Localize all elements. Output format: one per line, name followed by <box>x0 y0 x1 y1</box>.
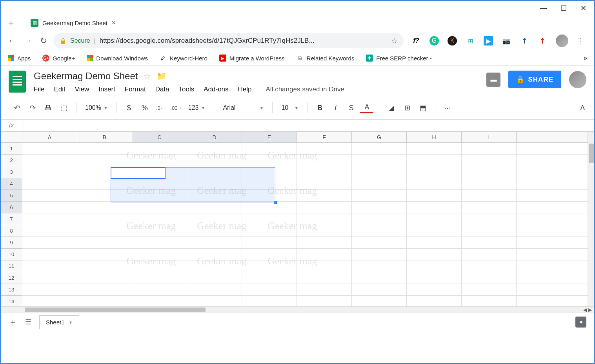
cell-F8[interactable] <box>297 225 352 237</box>
menu-file[interactable]: File <box>34 86 44 93</box>
cell-B2[interactable] <box>77 155 132 166</box>
italic-button[interactable]: I <box>329 101 342 115</box>
bookmark-migrate-wp[interactable]: ▶ Migrate a WordPress <box>219 55 285 62</box>
cell-partial[interactable] <box>517 225 588 237</box>
cell-H3[interactable] <box>407 166 462 178</box>
reload-button[interactable]: ↻ <box>38 36 49 46</box>
cell-H10[interactable] <box>407 249 462 260</box>
decrease-decimal-button[interactable]: .0← <box>154 101 167 115</box>
new-tab-button[interactable]: ＋ <box>7 17 15 29</box>
cell-partial[interactable] <box>517 190 588 202</box>
browser-tab-active[interactable]: ▦ Geekermag Demo Sheet ✕ <box>25 16 122 30</box>
cell-I10[interactable] <box>462 249 517 260</box>
cell-F11[interactable] <box>297 260 352 272</box>
cell-H13[interactable] <box>407 284 462 296</box>
tab-close-button[interactable]: ✕ <box>111 20 116 26</box>
row-header-2[interactable]: 2 <box>1 155 22 166</box>
document-title[interactable]: Geekermag Demo Sheet <box>34 71 138 82</box>
cell-D10[interactable] <box>187 249 242 260</box>
cell-B1[interactable] <box>77 143 132 155</box>
add-sheet-button[interactable]: ＋ <box>9 316 17 328</box>
explore-button[interactable]: ✦ <box>575 317 586 328</box>
cell-I8[interactable] <box>462 225 517 237</box>
ext-screenshot-icon[interactable]: 📷 <box>502 36 511 46</box>
menu-edit[interactable]: Edit <box>54 86 65 93</box>
cell-C1[interactable] <box>132 143 187 155</box>
cell-E11[interactable] <box>242 260 297 272</box>
cell-F9[interactable] <box>297 237 352 249</box>
share-button[interactable]: 🔒 SHARE <box>508 71 561 88</box>
scroll-right-button[interactable]: ▶ <box>588 307 592 313</box>
row-header-5[interactable]: 5 <box>1 190 22 202</box>
undo-button[interactable]: ↶ <box>10 101 24 115</box>
cell-I14[interactable] <box>462 296 517 306</box>
cell-H9[interactable] <box>407 237 462 249</box>
cell-A2[interactable] <box>22 155 77 166</box>
vertical-scrollbar[interactable] <box>588 132 594 306</box>
cell-F14[interactable] <box>297 296 352 306</box>
more-toolbar-button[interactable]: ⋯ <box>441 101 454 115</box>
cell-I6[interactable] <box>462 202 517 213</box>
cell-partial[interactable] <box>517 284 588 296</box>
save-status[interactable]: All changes saved in Drive <box>266 86 344 93</box>
cell-B3[interactable] <box>77 166 132 178</box>
cell-I4[interactable] <box>462 178 517 190</box>
zoom-select[interactable]: 100% ▼ <box>82 103 111 113</box>
cell-I7[interactable] <box>462 213 517 225</box>
cell-G12[interactable] <box>352 272 407 284</box>
cell-E3[interactable] <box>242 166 297 178</box>
cell-C9[interactable] <box>132 237 187 249</box>
cell-C4[interactable] <box>132 178 187 190</box>
cell-H2[interactable] <box>407 155 462 166</box>
bookmarks-overflow-button[interactable]: » <box>584 55 587 62</box>
menu-help[interactable]: Help <box>238 86 252 93</box>
cell-G2[interactable] <box>352 155 407 166</box>
cell-F12[interactable] <box>297 272 352 284</box>
row-header-9[interactable]: 9 <box>1 237 22 249</box>
merge-cells-button[interactable]: ⬒ <box>416 101 429 115</box>
cell-C12[interactable] <box>132 272 187 284</box>
bookmark-download-windows[interactable]: Download Windows <box>87 55 148 62</box>
row-header-8[interactable]: 8 <box>1 225 22 237</box>
cell-G10[interactable] <box>352 249 407 260</box>
menu-insert[interactable]: Insert <box>98 86 115 93</box>
cell-D4[interactable] <box>187 178 242 190</box>
cell-B8[interactable] <box>77 225 132 237</box>
cell-A1[interactable] <box>22 143 77 155</box>
cell-E8[interactable] <box>242 225 297 237</box>
cell-E4[interactable] <box>242 178 297 190</box>
paint-format-button[interactable]: ⬚ <box>57 101 71 115</box>
cell-D1[interactable] <box>187 143 242 155</box>
cell-I13[interactable] <box>462 284 517 296</box>
cell-G1[interactable] <box>352 143 407 155</box>
cell-E12[interactable] <box>242 272 297 284</box>
cell-H12[interactable] <box>407 272 462 284</box>
cell-C2[interactable] <box>132 155 187 166</box>
address-bar[interactable]: 🔒 Secure | https://docs.google.com/sprea… <box>53 33 404 48</box>
cell-E14[interactable] <box>242 296 297 306</box>
cell-G11[interactable] <box>352 260 407 272</box>
cell-G5[interactable] <box>352 190 407 202</box>
cell-partial[interactable] <box>517 249 588 260</box>
move-folder-icon[interactable]: 📁 <box>156 71 166 81</box>
cell-I9[interactable] <box>462 237 517 249</box>
back-button[interactable]: ← <box>6 36 18 46</box>
close-window-button[interactable]: ✕ <box>580 4 586 13</box>
cell-G6[interactable] <box>352 202 407 213</box>
cell-A12[interactable] <box>22 272 77 284</box>
select-all-button[interactable] <box>1 132 22 143</box>
cells-area[interactable] <box>22 143 588 306</box>
row-header-13[interactable]: 13 <box>1 284 22 296</box>
selection-handle[interactable] <box>274 201 277 204</box>
cell-E10[interactable] <box>242 249 297 260</box>
ext-flame-icon[interactable]: f <box>538 36 547 46</box>
cell-F5[interactable] <box>297 190 352 202</box>
text-color-button[interactable]: A <box>360 102 373 113</box>
cell-C3[interactable] <box>132 166 187 178</box>
cell-I12[interactable] <box>462 272 517 284</box>
cell-D14[interactable] <box>187 296 242 306</box>
menu-data[interactable]: Data <box>155 86 169 93</box>
row-header-4[interactable]: 4 <box>1 178 22 190</box>
cell-H7[interactable] <box>407 213 462 225</box>
cell-B11[interactable] <box>77 260 132 272</box>
